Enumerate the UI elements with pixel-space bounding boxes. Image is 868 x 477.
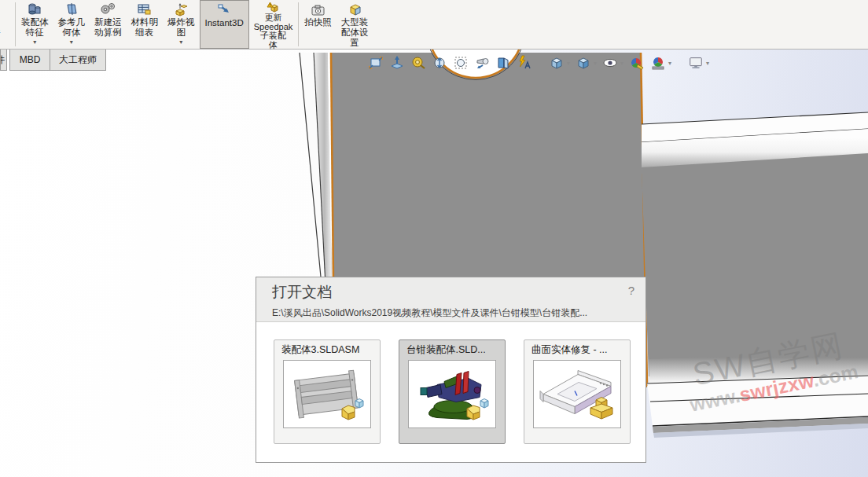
document-thumbnail xyxy=(408,360,496,428)
tab-da-gong-cheng-shi[interactable]: 大工程师 xyxy=(50,50,106,71)
assembly-features-icon xyxy=(28,2,42,17)
update-speedpak-button[interactable]: 更新 Speedpak 子装配 体 xyxy=(249,0,298,49)
hide-show-items-icon[interactable] xyxy=(602,55,618,71)
part-file-icon xyxy=(587,393,618,424)
reference-geometry-button[interactable]: 参考几 何体 ▾ xyxy=(53,0,90,49)
view-orientation-icon[interactable] xyxy=(549,55,565,71)
assembly-file-icon xyxy=(338,395,368,424)
dropdown-arrow-icon: ▾ xyxy=(70,39,73,46)
assembly-features-button[interactable]: 装配体 特征 ▾ xyxy=(17,0,53,49)
help-icon[interactable]: ? xyxy=(628,284,634,297)
zoom-in-out-icon[interactable] xyxy=(432,55,447,71)
document-card-surface-repair[interactable]: 曲面实体修复 - ... xyxy=(524,339,631,444)
solidworks-window: 零 件 装配体 特征 ▾ 参考几 何体 ▾ 新建运 动算例 xyxy=(0,0,868,477)
exploded-view-icon xyxy=(174,2,189,17)
apply-scene-icon[interactable] xyxy=(650,55,666,71)
toolbar-separator xyxy=(298,2,299,46)
document-card-assembly3[interactable]: 装配体3.SLDASM xyxy=(274,339,381,444)
document-thumbnail xyxy=(533,360,621,428)
tab-mbd[interactable]: MBD xyxy=(9,50,50,71)
motion-study-icon xyxy=(100,2,116,17)
dropdown-arrow-icon: ▾ xyxy=(33,39,36,46)
large-assembly-settings-icon xyxy=(348,2,362,17)
dropdown-arrow-icon: ▾ xyxy=(179,39,182,46)
reference-geometry-icon xyxy=(64,2,79,17)
command-manager-toolbar: 零 件 装配体 特征 ▾ 参考几 何体 ▾ 新建运 动算例 xyxy=(0,0,868,50)
exploded-view-button[interactable]: 爆炸视 图 ▾ xyxy=(163,0,200,49)
dialog-path: E:\溪风出品\SolidWorks2019视频教程\模型文件及课件\台钳模型\… xyxy=(272,306,645,320)
measure-icon[interactable] xyxy=(410,55,426,71)
toolbar-separator xyxy=(15,2,16,46)
document-thumbnail xyxy=(283,360,371,428)
command-manager-tabs: 件 MBD 大工程师 xyxy=(0,50,106,71)
tab-solidworks-addins-partial[interactable]: 件 xyxy=(0,50,7,71)
dropdown-arrow-icon[interactable]: ▾ xyxy=(706,60,709,67)
heads-up-view-toolbar: ▾ ▾ ▾ ▾ ▾ xyxy=(368,53,709,72)
normal-to-icon[interactable] xyxy=(389,55,405,71)
dropdown-arrow-icon[interactable]: ▾ xyxy=(668,60,671,67)
assembly-file-icon xyxy=(463,395,493,424)
model-face-right xyxy=(642,153,868,376)
take-snapshot-button[interactable]: 拍快照 xyxy=(300,0,337,49)
dialog-header: 打开文档 E:\溪风出品\SolidWorks2019视频教程\模型文件及课件\… xyxy=(256,277,645,322)
dropdown-arrow-icon[interactable]: ▾ xyxy=(567,60,570,67)
edit-appearance-icon[interactable] xyxy=(629,55,645,71)
bill-of-materials-button[interactable]: 材料明 细表 xyxy=(127,0,164,49)
zoom-to-area-icon[interactable] xyxy=(453,55,469,71)
large-assembly-settings-button[interactable]: 大型装 配体设 置 xyxy=(337,0,373,49)
bom-icon xyxy=(137,2,152,17)
move-component-button-partial[interactable]: 零 件 xyxy=(0,0,14,49)
view-settings-icon[interactable] xyxy=(688,55,704,71)
snapshot-camera-icon xyxy=(311,2,326,17)
section-view-icon[interactable] xyxy=(495,55,511,71)
update-speedpak-icon xyxy=(267,2,281,13)
dropdown-arrow-icon[interactable]: ▾ xyxy=(594,60,597,67)
instant3d-icon xyxy=(216,2,232,17)
display-style-icon[interactable] xyxy=(576,55,591,71)
dialog-title: 打开文档 xyxy=(272,282,645,303)
new-motion-study-button[interactable]: 新建运 动算例 xyxy=(90,0,127,49)
zoom-to-fit-icon[interactable] xyxy=(368,55,384,71)
dropdown-arrow-icon[interactable]: ▾ xyxy=(620,60,623,67)
open-documents-dialog: 打开文档 E:\溪风出品\SolidWorks2019视频教程\模型文件及课件\… xyxy=(256,277,646,463)
instant3d-button[interactable]: Instant3D xyxy=(200,0,249,49)
document-card-vise-assembly[interactable]: 台钳装配体.SLD... xyxy=(399,339,506,444)
dynamic-annotation-views-icon[interactable] xyxy=(517,55,532,71)
magnified-selection-icon[interactable] xyxy=(474,55,490,71)
dialog-body: 装配体3.SLDASM xyxy=(256,322,645,444)
